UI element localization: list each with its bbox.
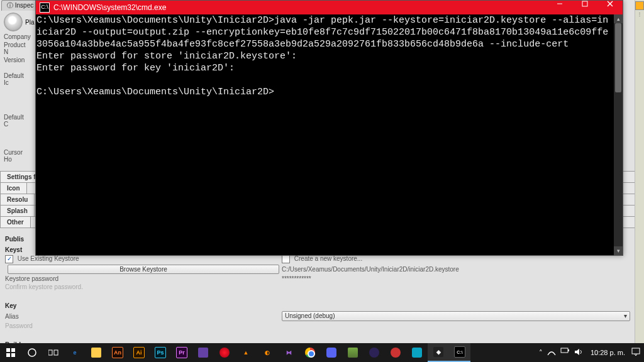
- scroll-thumb[interactable]: [615, 23, 621, 92]
- minimize-button[interactable]: [547, 1, 572, 14]
- svg-rect-6: [6, 353, 10, 357]
- alias-label: Alias: [5, 313, 282, 320]
- panel-icon-1: [635, 1, 644, 10]
- cortana-search-icon[interactable]: [21, 343, 43, 362]
- keystore-password-value[interactable]: ************: [282, 275, 630, 282]
- blender-icon[interactable]: ◐: [257, 343, 278, 362]
- key-header: Key: [0, 300, 635, 310]
- cmd-title-text: C:\WINDOWS\system32\cmd.exe: [53, 3, 166, 12]
- resolution-section[interactable]: Resolu: [1, 194, 35, 205]
- start-button[interactable]: [0, 343, 21, 362]
- cmd-icon: C:\: [40, 3, 50, 13]
- browse-keystore-button[interactable]: Browse Keystore: [8, 265, 279, 274]
- use-existing-keystore-checkbox[interactable]: [5, 255, 13, 263]
- edge-icon[interactable]: e: [64, 343, 86, 362]
- cmd-output[interactable]: C:\Users\Xeamus\Documents\Unity\Iniciar2…: [36, 14, 614, 255]
- default-cursor-label: Default C: [4, 114, 28, 128]
- cursor-hotspot-label: Cursor Ho: [4, 149, 28, 163]
- winrar-icon[interactable]: [342, 343, 364, 362]
- twitch-icon[interactable]: [192, 343, 214, 362]
- chrome-icon[interactable]: [299, 343, 321, 362]
- app-icon-1[interactable]: [385, 343, 406, 362]
- create-new-keystore-label: Create a new keystore...: [294, 255, 362, 262]
- opera-icon[interactable]: [214, 343, 235, 362]
- splash-section[interactable]: Splash: [1, 206, 35, 216]
- svg-rect-5: [11, 348, 15, 352]
- keystore-path: C:/Users/Xeamus/Documents/Unity/Iniciar2…: [282, 266, 630, 273]
- system-tray: ˄ 10:28 p. m.: [539, 348, 644, 358]
- svg-rect-4: [6, 348, 10, 352]
- action-center-icon[interactable]: [631, 348, 641, 358]
- cmd-taskbar-icon[interactable]: C:\: [449, 343, 470, 362]
- keystore-password-label: Keystore password: [5, 275, 282, 282]
- file-explorer-icon[interactable]: [86, 343, 107, 362]
- taskbar: e An Ai Ps Pr ▲ ◐ ⧓ ◈ C:\ ˄ 10:28 p. m.: [0, 343, 644, 362]
- svg-rect-14: [632, 348, 640, 354]
- svg-marker-13: [575, 349, 579, 355]
- player-settings-label: Pla: [25, 19, 34, 26]
- confirm-keystore-password-label: Confirm keystore password.: [5, 283, 282, 290]
- eclipse-icon[interactable]: [364, 343, 385, 362]
- alias-dropdown[interactable]: Unsigned (debug)▾: [282, 311, 630, 321]
- svg-point-8: [28, 349, 36, 356]
- svg-rect-10: [54, 350, 58, 355]
- unity-taskbar-icon[interactable]: ◈: [428, 343, 449, 362]
- default-icon-label: Default Ic: [4, 72, 28, 86]
- icon-section[interactable]: Icon: [1, 183, 27, 194]
- svg-rect-12: [568, 349, 569, 351]
- svg-rect-9: [48, 350, 52, 355]
- version-label: Version: [4, 57, 28, 63]
- product-name-label: Product N: [4, 41, 28, 55]
- adobe-animate-icon[interactable]: An: [107, 343, 128, 362]
- use-existing-keystore-label: Use Existing Keystore: [18, 255, 79, 262]
- cmd-scrollbar[interactable]: ▴ ▾: [614, 14, 623, 255]
- task-view-icon[interactable]: [43, 343, 64, 362]
- vlc-icon[interactable]: ▲: [235, 343, 257, 362]
- adobe-photoshop-icon[interactable]: Ps: [150, 343, 171, 362]
- visual-studio-icon[interactable]: ⧓: [278, 343, 299, 362]
- company-name-label: Company: [4, 33, 28, 40]
- discord-icon[interactable]: [321, 343, 342, 362]
- battery-icon[interactable]: [560, 348, 570, 358]
- volume-icon[interactable]: [574, 348, 584, 358]
- key-password-label: Password: [5, 322, 282, 329]
- network-icon[interactable]: [547, 348, 557, 358]
- close-button[interactable]: [597, 1, 623, 14]
- cmd-titlebar[interactable]: C:\ C:\WINDOWS\system32\cmd.exe: [36, 1, 623, 14]
- taskbar-clock[interactable]: 10:28 p. m.: [588, 349, 628, 356]
- maximize-button[interactable]: [572, 1, 597, 14]
- other-section[interactable]: Other: [1, 217, 31, 228]
- create-new-keystore-checkbox[interactable]: [282, 255, 290, 263]
- svg-rect-7: [11, 353, 15, 357]
- scroll-up-button[interactable]: ▴: [614, 14, 623, 23]
- tray-chevron-up-icon[interactable]: ˄: [539, 349, 543, 357]
- inspector-tab[interactable]: ⓘ Inspec: [1, 0, 39, 11]
- svg-rect-1: [582, 1, 587, 6]
- adobe-premiere-icon[interactable]: Pr: [171, 343, 192, 362]
- player-settings-icon: [4, 13, 23, 31]
- cmd-window: C:\ C:\WINDOWS\system32\cmd.exe C:\Users…: [35, 0, 623, 256]
- adobe-illustrator-icon[interactable]: Ai: [128, 343, 150, 362]
- second-panel-edge: ⋮: [635, 0, 644, 343]
- chevron-down-icon: ▾: [624, 312, 627, 321]
- scroll-down-button[interactable]: ▾: [614, 246, 623, 255]
- app-icon-2[interactable]: [406, 343, 428, 362]
- svg-rect-11: [561, 348, 568, 353]
